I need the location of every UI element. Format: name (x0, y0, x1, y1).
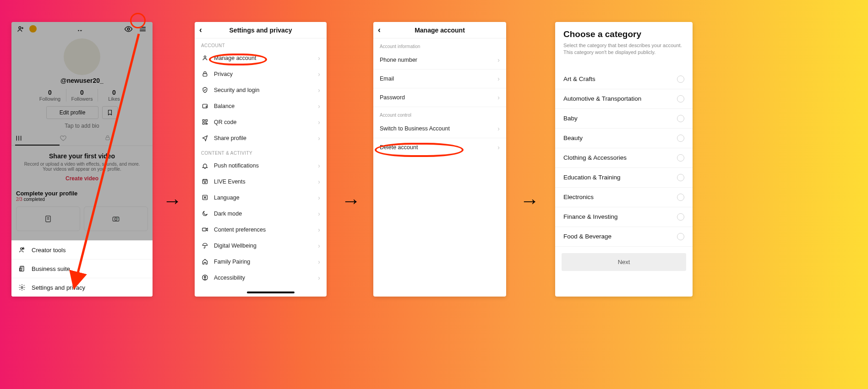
annotation-oval-switch-business (375, 143, 464, 157)
category-option[interactable]: Finance & Investing (555, 207, 693, 227)
stat-likes[interactable]: 0 Likes (98, 89, 130, 102)
choose-category-title: Choose a category (563, 29, 684, 39)
create-video-link[interactable]: Create video (11, 175, 153, 182)
row-push-notifications[interactable]: Push notifications› (195, 157, 327, 173)
category-option[interactable]: Electronics (555, 188, 693, 207)
row-phone-number[interactable]: Phone number› (373, 51, 506, 70)
qr-icon (201, 119, 208, 125)
row-family-pairing[interactable]: Family Pairing› (195, 254, 327, 270)
svg-point-6 (118, 218, 119, 219)
stat-followers[interactable]: 0 Followers (66, 89, 98, 102)
row-language[interactable]: Language› (195, 189, 327, 205)
coin-icon[interactable] (29, 25, 37, 32)
creator-tools-icon (18, 246, 26, 254)
avatar[interactable] (64, 38, 100, 75)
back-button[interactable]: ‹ (199, 25, 202, 35)
section-content-label: CONTENT & ACTIVITY (195, 146, 327, 157)
calendar-icon (201, 178, 208, 185)
category-option[interactable]: Food & Beverage (555, 227, 693, 247)
category-screen: Choose a category Select the category th… (555, 22, 693, 297)
person-icon (201, 54, 208, 61)
category-option-label: Electronics (563, 194, 594, 200)
svg-rect-21 (202, 228, 206, 231)
svg-rect-15 (202, 120, 204, 122)
add-friend-icon[interactable] (17, 25, 25, 33)
sheet-settings-privacy-label: Settings and privacy (32, 284, 85, 291)
settings-title: Settings and privacy (229, 27, 292, 34)
annotation-underline (247, 292, 295, 293)
radio-icon[interactable] (677, 154, 684, 162)
manage-account-title: Manage account (415, 27, 465, 34)
views-icon[interactable] (124, 25, 133, 33)
radio-icon[interactable] (677, 115, 684, 122)
umbrella-icon (201, 242, 208, 249)
complete-card-1[interactable] (16, 206, 80, 231)
name-dropdown[interactable]: .⌄ (78, 25, 83, 32)
shield-icon (201, 86, 208, 93)
section-account-information: Account information (373, 38, 506, 51)
category-option-label: Beauty (563, 135, 583, 141)
svg-point-10 (21, 286, 23, 288)
annotation-oval-manage-account (209, 54, 267, 65)
tap-to-add-bio[interactable]: Tap to add bio (11, 123, 153, 129)
row-live-events[interactable]: LIVE Events› (195, 173, 327, 189)
share-icon (201, 135, 208, 141)
complete-profile-heading: Complete your profile (16, 190, 148, 197)
home-icon (201, 258, 208, 265)
row-qr-code[interactable]: QR code› (195, 114, 327, 130)
row-security-login[interactable]: Security and login› (195, 82, 327, 98)
sheet-settings-privacy[interactable]: Settings and privacy (11, 278, 153, 297)
row-digital-wellbeing[interactable]: Digital Wellbeing› (195, 238, 327, 254)
radio-icon[interactable] (677, 135, 684, 142)
radio-icon[interactable] (677, 95, 684, 103)
profile-screen: .⌄ @newuser20_ 0 Following 0 Followers 0… (11, 22, 153, 297)
category-option-label: Finance & Investing (563, 213, 618, 220)
bell-icon (201, 162, 208, 169)
category-option[interactable]: Automotive & Transportation (555, 89, 693, 109)
radio-icon[interactable] (677, 194, 684, 201)
section-account-label: ACCOUNT (195, 38, 327, 50)
stat-following[interactable]: 0 Following (34, 89, 66, 102)
row-privacy[interactable]: Privacy› (195, 66, 327, 82)
radio-icon[interactable] (677, 233, 684, 240)
video-icon (201, 226, 208, 233)
radio-icon[interactable] (677, 213, 684, 221)
category-option[interactable]: Education & Training (555, 168, 693, 188)
sheet-business-suite[interactable]: Business suite (11, 259, 153, 278)
category-option[interactable]: Baby (555, 109, 693, 129)
complete-card-2[interactable] (84, 206, 148, 231)
back-button[interactable]: ‹ (378, 25, 381, 35)
svg-point-12 (204, 56, 206, 58)
svg-rect-17 (202, 123, 204, 124)
sheet-creator-tools-label: Creator tools (32, 247, 66, 254)
edit-profile-button[interactable]: Edit profile (46, 106, 99, 119)
radio-icon[interactable] (677, 76, 684, 83)
svg-rect-2 (106, 137, 109, 140)
row-dark-mode[interactable]: Dark mode› (195, 205, 327, 222)
row-accessibility[interactable]: Accessibility› (195, 270, 327, 286)
row-share-profile[interactable]: Share profile› (195, 130, 327, 146)
category-option-label: Baby (563, 115, 578, 122)
category-option[interactable]: Beauty (555, 129, 693, 148)
moon-icon (201, 210, 208, 217)
row-balance[interactable]: Balance› (195, 98, 327, 114)
lock-icon (201, 70, 208, 77)
category-option[interactable]: Art & Crafts (555, 70, 693, 89)
section-account-control: Account control (373, 107, 506, 119)
choose-category-subtitle: Select the category that best describes … (563, 42, 684, 56)
svg-rect-13 (203, 74, 207, 76)
row-email[interactable]: Email› (373, 70, 506, 88)
row-content-preferences[interactable]: Content preferences› (195, 222, 327, 238)
sheet-creator-tools[interactable]: Creator tools (11, 241, 153, 259)
svg-rect-8 (20, 266, 24, 271)
row-switch-business[interactable]: Switch to Business Account› (373, 119, 506, 138)
accessibility-icon (201, 274, 208, 281)
bookmark-button[interactable] (102, 106, 118, 119)
next-button[interactable]: Next (562, 253, 686, 271)
tab-grid[interactable] (15, 132, 60, 146)
category-option[interactable]: Clothing & Accessories (555, 148, 693, 168)
row-password[interactable]: Password› (373, 88, 506, 107)
tab-liked[interactable] (60, 132, 104, 146)
radio-icon[interactable] (677, 174, 684, 181)
tab-private[interactable] (104, 132, 149, 146)
